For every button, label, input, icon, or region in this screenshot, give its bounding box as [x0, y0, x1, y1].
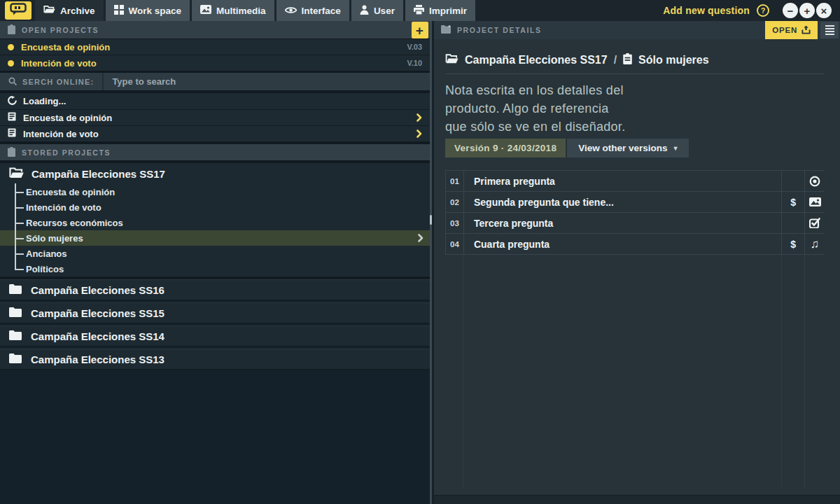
- sidebar-scrollbar-thumb[interactable]: [430, 215, 432, 225]
- search-input[interactable]: [104, 76, 430, 87]
- loading-indicator: Loading...: [0, 93, 430, 110]
- folder-icon: [9, 307, 22, 319]
- tab-workspace[interactable]: Work space: [106, 0, 190, 21]
- chevron-right-icon: [418, 234, 424, 242]
- grid-icon: [114, 5, 124, 17]
- tab-interface[interactable]: Interface: [276, 0, 349, 21]
- stored-folder-row[interactable]: Campaña Elecciones SS13: [0, 349, 430, 370]
- tree-item-label: Encuesta de opinión: [26, 187, 115, 197]
- open-project-row[interactable]: Intención de voto V.10: [0, 55, 430, 71]
- table-column-guides: [445, 255, 825, 487]
- close-button[interactable]: ×: [816, 3, 832, 18]
- picture-icon: [200, 5, 211, 16]
- tree-root-label: Campaña Elecciones SS17: [31, 168, 165, 180]
- result-label: Intención de voto: [23, 129, 99, 139]
- tab-imprimir[interactable]: Imprimir: [405, 0, 475, 21]
- folder-label: Campaña Elecciones SS14: [31, 330, 164, 342]
- version-row: Versión 9 · 24/03/2018 View other versio…: [445, 139, 825, 158]
- status-dot-icon: [8, 44, 14, 50]
- tab-label: Multimedia: [216, 6, 266, 16]
- help-icon[interactable]: ?: [757, 4, 769, 17]
- hamburger-menu-icon[interactable]: [820, 22, 839, 38]
- stored-folder-row[interactable]: Campaña Elecciones SS14: [0, 326, 430, 346]
- panel-title: PROJECT DETAILS: [457, 26, 542, 34]
- folder-label: Campaña Elecciones SS13: [31, 354, 164, 365]
- divider: [445, 74, 825, 74]
- folder-open-icon: [9, 167, 24, 181]
- chevron-right-icon: [416, 130, 422, 138]
- tree-item[interactable]: Ancianos: [0, 246, 430, 261]
- tree-item-label: Recursos económicos: [26, 218, 123, 228]
- question-row[interactable]: 03 Tercera pregunta: [446, 213, 825, 234]
- minimize-button[interactable]: −: [783, 3, 798, 18]
- tree-item-label: Ancianos: [26, 248, 67, 259]
- folder-label: Campaña Elecciones SS16: [31, 284, 164, 296]
- search-result-row[interactable]: Intención de voto: [0, 126, 430, 142]
- tree-item[interactable]: Políticos: [0, 261, 430, 276]
- tab-label: Work space: [129, 6, 182, 16]
- question-row[interactable]: 02 Segunda pregunta que tiene... $: [446, 192, 825, 213]
- search-result-row[interactable]: Encuesta de opinión: [0, 110, 430, 126]
- question-number: 04: [446, 234, 463, 254]
- survey-doc-icon: [8, 128, 16, 139]
- question-row[interactable]: 01 Primera pregunta: [446, 171, 825, 192]
- tab-label: User: [374, 6, 395, 16]
- app-logo[interactable]: [5, 1, 31, 20]
- question-money: [781, 171, 804, 191]
- breadcrumb: Campaña Elecciones SS17 / Sólo mujeres: [445, 52, 825, 68]
- version-badge: Versión 9 · 24/03/2018: [445, 139, 566, 158]
- question-money: $: [781, 234, 804, 254]
- project-details-content: Campaña Elecciones SS17 / Sólo mujeres N…: [434, 39, 840, 487]
- breadcrumb-separator: /: [614, 54, 617, 66]
- loading-spinner-icon: [8, 96, 17, 107]
- stored-folder-row[interactable]: Campaña Elecciones SS16: [0, 279, 430, 300]
- clipboard-icon: [8, 24, 15, 36]
- project-version: V.03: [407, 43, 422, 51]
- tab-label: Imprimir: [429, 6, 467, 16]
- tree-root-folder[interactable]: Campaña Elecciones SS17: [0, 163, 430, 184]
- tab-multimedia[interactable]: Multimedia: [192, 0, 274, 21]
- top-menu-bar: Archive Work space Multimedia Interface: [0, 0, 840, 21]
- eye-icon: [285, 6, 297, 16]
- main-tabs: Archive Work space Multimedia Interface: [35, 0, 477, 21]
- stored-folder-row[interactable]: Campaña Elecciones SS15: [0, 302, 430, 323]
- tree-item-selected[interactable]: Sólo mujeres: [0, 230, 430, 246]
- tab-user[interactable]: User: [351, 0, 403, 21]
- projects-sidebar: OPEN PROJECTS + Encuesta de opinión V.03…: [0, 21, 432, 504]
- question-number: 01: [446, 171, 463, 191]
- stored-projects-header: STORED PROJECTS: [0, 144, 430, 161]
- tree-item[interactable]: Encuesta de opinión: [0, 184, 430, 200]
- survey-doc-icon: [8, 112, 16, 123]
- maximize-button[interactable]: +: [799, 3, 815, 18]
- tree-item[interactable]: Recursos económicos: [0, 215, 430, 230]
- open-project-button[interactable]: OPEN: [765, 21, 818, 39]
- view-other-versions-button[interactable]: View other versions ▾: [567, 139, 688, 158]
- tree-item[interactable]: Intención de voto: [0, 200, 430, 215]
- breadcrumb-parent[interactable]: Campaña Elecciones SS17: [465, 54, 608, 66]
- result-label: Encuesta de opinión: [23, 113, 112, 123]
- section-title: OPEN PROJECTS: [22, 26, 99, 34]
- radio-icon: [804, 171, 825, 191]
- breadcrumb-current: Sólo mujeres: [638, 54, 708, 66]
- app-window: Archive Work space Multimedia Interface: [0, 0, 840, 504]
- search-input-area: [102, 73, 430, 90]
- question-text: Segunda pregunta que tiene...: [463, 192, 781, 212]
- question-text: Primera pregunta: [463, 171, 781, 191]
- printer-icon: [414, 5, 424, 17]
- clipboard-icon: [8, 147, 15, 158]
- project-name: Intención de voto: [21, 58, 97, 69]
- open-project-row[interactable]: Encuesta de opinión V.03: [0, 39, 430, 55]
- project-note: Nota escrita en los detalles del product…: [445, 81, 825, 136]
- panel-footer-strip: [434, 495, 840, 504]
- question-row[interactable]: 04 Cuarta pregunta $ ♫: [446, 234, 825, 255]
- folder-icon: [9, 284, 22, 296]
- add-new-question-link[interactable]: Add new question: [663, 5, 750, 16]
- add-project-button[interactable]: +: [412, 22, 428, 38]
- tab-archive[interactable]: Archive: [35, 0, 104, 21]
- folder-open-icon: [43, 5, 55, 16]
- question-number: 02: [446, 192, 463, 212]
- search-icon: [8, 77, 17, 87]
- question-money: $: [781, 192, 804, 212]
- project-tree: Campaña Elecciones SS17 Encuesta de opin…: [0, 163, 430, 277]
- image-icon: [804, 192, 825, 212]
